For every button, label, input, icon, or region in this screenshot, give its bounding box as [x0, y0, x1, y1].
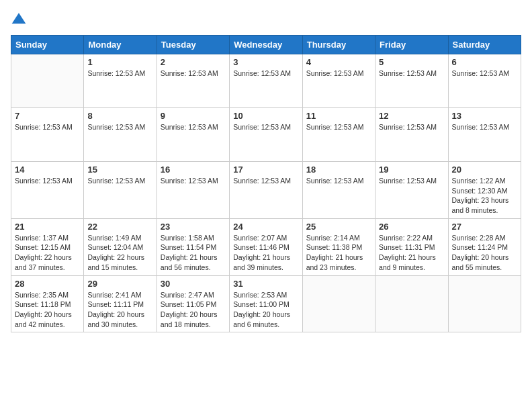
calendar-week-row: 28Sunrise: 2:35 AM Sunset: 11:18 PM Dayl… — [11, 275, 521, 332]
day-number: 8 — [87, 111, 152, 121]
calendar-cell — [375, 275, 448, 332]
day-info: Sunrise: 12:53 AM — [379, 122, 444, 132]
calendar-header-row: SundayMondayTuesdayWednesdayThursdayFrid… — [11, 36, 521, 54]
calendar-cell: 18Sunrise: 12:53 AM — [302, 162, 375, 219]
day-info: Sunrise: 2:53 AM Sunset: 11:00 PM Daylig… — [233, 290, 298, 330]
day-info: Sunrise: 12:53 AM — [379, 68, 444, 79]
calendar-cell: 19Sunrise: 12:53 AM — [375, 162, 448, 219]
day-info: Sunrise: 12:53 AM — [87, 176, 152, 186]
day-number: 30 — [161, 279, 226, 289]
logo — [11, 11, 30, 27]
day-info: Sunrise: 2:28 AM Sunset: 11:24 PM Daylig… — [452, 233, 517, 273]
calendar-cell — [302, 275, 375, 332]
svg-marker-0 — [12, 13, 26, 24]
calendar-cell: 9Sunrise: 12:53 AM — [157, 108, 229, 162]
day-number: 26 — [379, 222, 444, 232]
day-number: 5 — [379, 57, 444, 67]
day-info: Sunrise: 12:53 AM — [15, 176, 80, 186]
day-info: Sunrise: 1:37 AM Sunset: 12:15 AM Daylig… — [15, 233, 80, 273]
day-number: 2 — [161, 57, 226, 67]
day-number: 28 — [15, 279, 80, 289]
calendar-cell: 29Sunrise: 2:41 AM Sunset: 11:11 PM Dayl… — [84, 275, 157, 332]
calendar-cell: 11Sunrise: 12:53 AM — [302, 108, 375, 162]
day-info: Sunrise: 12:53 AM — [161, 68, 226, 79]
calendar-cell: 2Sunrise: 12:53 AM — [157, 54, 229, 108]
calendar-cell: 4Sunrise: 12:53 AM — [302, 54, 375, 108]
calendar-week-row: 7Sunrise: 12:53 AM8Sunrise: 12:53 AM9Sun… — [11, 108, 521, 162]
day-number: 10 — [233, 111, 298, 121]
calendar-cell: 26Sunrise: 2:22 AM Sunset: 11:31 PM Dayl… — [375, 218, 448, 275]
calendar-cell: 23Sunrise: 1:58 AM Sunset: 11:54 PM Dayl… — [157, 218, 229, 275]
day-number: 29 — [87, 279, 152, 289]
day-info: Sunrise: 1:49 AM Sunset: 12:04 AM Daylig… — [87, 233, 152, 273]
day-of-week-header: Wednesday — [230, 36, 302, 54]
calendar-cell: 6Sunrise: 12:53 AM — [448, 54, 521, 108]
calendar-cell: 24Sunrise: 2:07 AM Sunset: 11:46 PM Dayl… — [230, 218, 302, 275]
day-number: 23 — [161, 222, 226, 232]
day-number: 20 — [452, 165, 517, 175]
calendar-cell: 30Sunrise: 2:47 AM Sunset: 11:05 PM Dayl… — [157, 275, 229, 332]
calendar-cell: 28Sunrise: 2:35 AM Sunset: 11:18 PM Dayl… — [11, 275, 84, 332]
calendar-cell: 10Sunrise: 12:53 AM — [230, 108, 302, 162]
day-number: 16 — [161, 165, 226, 175]
day-number: 4 — [306, 57, 371, 67]
day-number: 7 — [15, 111, 80, 121]
calendar-cell: 31Sunrise: 2:53 AM Sunset: 11:00 PM Dayl… — [230, 275, 302, 332]
day-info: Sunrise: 12:53 AM — [306, 176, 371, 186]
day-number: 12 — [379, 111, 444, 121]
day-info: Sunrise: 2:41 AM Sunset: 11:11 PM Daylig… — [87, 290, 152, 330]
day-number: 11 — [306, 111, 371, 121]
day-of-week-header: Sunday — [11, 36, 84, 54]
day-number: 13 — [452, 111, 517, 121]
calendar-cell: 13Sunrise: 12:53 AM — [448, 108, 521, 162]
calendar-cell: 16Sunrise: 12:53 AM — [157, 162, 229, 219]
calendar-table: SundayMondayTuesdayWednesdayThursdayFrid… — [11, 35, 521, 332]
day-number: 21 — [15, 222, 80, 232]
day-number: 27 — [452, 222, 517, 232]
day-number: 24 — [233, 222, 298, 232]
day-info: Sunrise: 12:53 AM — [452, 122, 517, 132]
day-number: 14 — [15, 165, 80, 175]
day-of-week-header: Saturday — [448, 36, 521, 54]
day-info: Sunrise: 12:53 AM — [87, 122, 152, 132]
calendar-cell: 25Sunrise: 2:14 AM Sunset: 11:38 PM Dayl… — [302, 218, 375, 275]
calendar-cell: 20Sunrise: 1:22 AM Sunset: 12:30 AM Dayl… — [448, 162, 521, 219]
day-info: Sunrise: 12:53 AM — [233, 122, 298, 132]
day-number: 15 — [87, 165, 152, 175]
day-number: 17 — [233, 165, 298, 175]
calendar-cell: 22Sunrise: 1:49 AM Sunset: 12:04 AM Dayl… — [84, 218, 157, 275]
day-info: Sunrise: 2:47 AM Sunset: 11:05 PM Daylig… — [161, 290, 226, 330]
day-number: 3 — [233, 57, 298, 67]
day-info: Sunrise: 12:53 AM — [452, 68, 517, 79]
day-info: Sunrise: 2:07 AM Sunset: 11:46 PM Daylig… — [233, 233, 298, 273]
day-number: 1 — [87, 57, 152, 67]
day-number: 6 — [452, 57, 517, 67]
calendar-cell: 27Sunrise: 2:28 AM Sunset: 11:24 PM Dayl… — [448, 218, 521, 275]
calendar-week-row: 14Sunrise: 12:53 AM15Sunrise: 12:53 AM16… — [11, 162, 521, 219]
logo-icon — [11, 11, 27, 27]
calendar-cell: 14Sunrise: 12:53 AM — [11, 162, 84, 219]
day-info: Sunrise: 1:22 AM Sunset: 12:30 AM Daylig… — [452, 176, 517, 216]
day-of-week-header: Tuesday — [157, 36, 229, 54]
day-info: Sunrise: 1:58 AM Sunset: 11:54 PM Daylig… — [161, 233, 226, 273]
calendar-week-row: 21Sunrise: 1:37 AM Sunset: 12:15 AM Dayl… — [11, 218, 521, 275]
day-number: 19 — [379, 165, 444, 175]
calendar-cell: 8Sunrise: 12:53 AM — [84, 108, 157, 162]
day-of-week-header: Thursday — [302, 36, 375, 54]
calendar-cell — [11, 54, 84, 108]
calendar-cell: 15Sunrise: 12:53 AM — [84, 162, 157, 219]
day-info: Sunrise: 12:53 AM — [306, 68, 371, 79]
day-of-week-header: Monday — [84, 36, 157, 54]
day-number: 9 — [161, 111, 226, 121]
calendar-cell: 5Sunrise: 12:53 AM — [375, 54, 448, 108]
day-of-week-header: Friday — [375, 36, 448, 54]
day-number: 22 — [87, 222, 152, 232]
day-info: Sunrise: 12:53 AM — [233, 176, 298, 186]
calendar-cell: 3Sunrise: 12:53 AM — [230, 54, 302, 108]
day-number: 31 — [233, 279, 298, 289]
day-info: Sunrise: 2:35 AM Sunset: 11:18 PM Daylig… — [15, 290, 80, 330]
page-header — [11, 11, 521, 27]
day-info: Sunrise: 12:53 AM — [87, 68, 152, 79]
day-info: Sunrise: 12:53 AM — [161, 176, 226, 186]
calendar-cell — [448, 275, 521, 332]
